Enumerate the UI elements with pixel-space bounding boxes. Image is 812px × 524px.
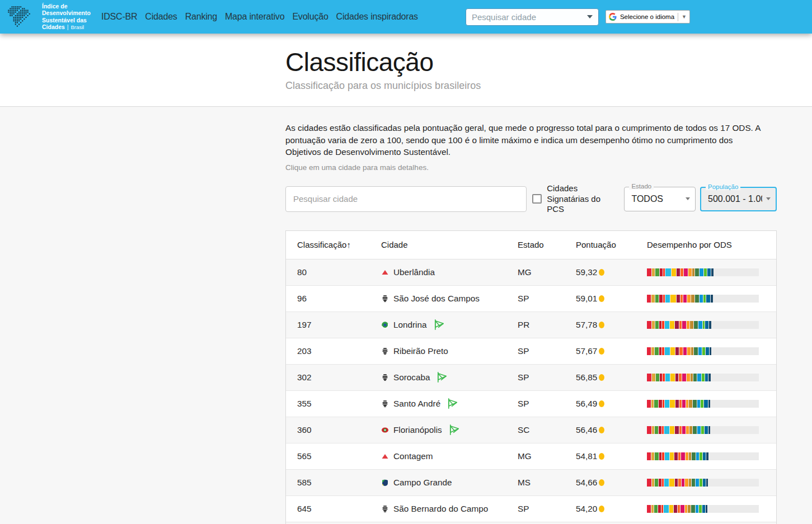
pcs-badge-icon (433, 318, 446, 332)
ods-segment-9 (679, 347, 683, 355)
pcs-checkbox[interactable] (532, 194, 542, 204)
rank-cell: 203 (286, 346, 381, 356)
ods-segment-6 (665, 295, 670, 303)
ods-segment-11 (687, 295, 691, 303)
table-row[interactable]: 96 São José dos Campos SP 59,01 (286, 286, 776, 312)
ods-segment-1 (647, 347, 651, 355)
table-row[interactable]: 585 Campo Grande MS 54,66 (286, 470, 776, 496)
google-translate-widget[interactable]: Selecione o idioma ▼ (606, 10, 690, 23)
column-header-estado[interactable]: Estado (518, 240, 576, 249)
city-name: Londrina (393, 320, 427, 330)
ods-segment-2 (651, 295, 655, 303)
ods-segment-11 (687, 321, 689, 329)
ods-cell (647, 268, 776, 276)
nav-item-ranking[interactable]: Ranking (184, 10, 218, 24)
nav-item-idsc-br[interactable]: IDSC-BR (100, 10, 138, 24)
ods-segment-15 (702, 347, 705, 355)
ods-performance-bar (647, 479, 759, 487)
state-cell: PR (518, 320, 576, 330)
populacao-select[interactable]: População 500.001 - 1.00... (700, 187, 777, 211)
table-header-row: Classificação↑ Cidade Estado Pontuação D… (286, 231, 776, 259)
navbar-city-search-select[interactable]: Pesquisar cidade (466, 8, 599, 26)
rank-cell: 80 (286, 267, 381, 277)
ods-segment-6 (665, 452, 669, 460)
ods-segment-2 (652, 321, 655, 329)
ods-segment-5 (662, 321, 664, 329)
ods-segment-11 (686, 400, 689, 408)
table-row[interactable]: 645 São Bernardo do Campo SP 54,20 (286, 496, 776, 522)
ods-segment-16 (705, 426, 708, 434)
table-row[interactable]: 203 Ribeirão Preto SP 57,67 (286, 338, 776, 365)
chevron-down-icon (766, 197, 771, 200)
sp-flag-icon (381, 400, 389, 408)
rank-cell: 355 (286, 399, 381, 409)
score-dot (599, 348, 604, 355)
nav-item-cidades-inspiradoras[interactable]: Cidades inspiradoras (335, 10, 419, 24)
estado-select[interactable]: Estado TODOS (624, 187, 696, 211)
sp-flag-icon (381, 505, 389, 513)
ods-segment-6 (665, 400, 669, 408)
rank-cell: 645 (286, 504, 381, 514)
pcs-checkbox-label[interactable]: Cidades Signatárias do PCS (547, 183, 609, 215)
score-dot (599, 427, 604, 433)
ods-segment-7 (669, 505, 674, 513)
city-search-input[interactable] (285, 186, 527, 212)
ods-segment-16 (704, 400, 708, 408)
table-row[interactable]: 80 Uberlândia MG 59,32 (286, 259, 776, 286)
score-cell: 59,01 (576, 294, 647, 304)
city-name: Sorocaba (393, 372, 430, 383)
table-row[interactable]: 302 Sorocaba SP 56,85 (286, 365, 776, 391)
score-value: 57,67 (576, 346, 597, 356)
ods-segment-14 (700, 295, 703, 303)
nav-item-cidades[interactable]: Cidades (144, 10, 178, 24)
ods-segment-3 (655, 347, 659, 355)
ods-segment-15 (700, 452, 702, 460)
ods-segment-5 (663, 400, 664, 408)
nav-item-mapa-interativo[interactable]: Mapa interativo (224, 10, 285, 24)
table-row[interactable]: 565 Contagem MG 54,81 (286, 443, 776, 470)
ods-segment-6 (664, 505, 669, 513)
table-body: 80 Uberlândia MG 59,32 96 São José dos C… (286, 259, 776, 524)
rank-cell: 197 (286, 320, 381, 330)
ods-segment-16 (707, 268, 711, 276)
ods-segment-14 (698, 321, 702, 329)
score-value: 54,81 (576, 451, 597, 461)
ods-segment-15 (704, 268, 707, 276)
table-row[interactable]: 360 Florianópolis SC 56,46 (286, 417, 776, 443)
column-header-cidade[interactable]: Cidade (381, 240, 518, 249)
ods-segment-8 (674, 505, 677, 513)
ods-segment-1 (647, 321, 651, 329)
ods-segment-14 (696, 505, 698, 513)
page: Índice de Desenvolvimento Sustentável da… (0, 0, 812, 524)
pr-flag-icon (381, 321, 389, 329)
site-logo[interactable]: Índice de Desenvolvimento Sustentável da… (4, 2, 91, 31)
ods-performance-bar (647, 426, 759, 434)
ods-segment-17 (706, 479, 708, 487)
logo-line: Sustentável das (42, 17, 91, 24)
ods-segment-3 (655, 295, 659, 303)
column-header-pontuacao[interactable]: Pontuação (576, 240, 647, 249)
table-row[interactable]: 855 Joinville SC 52,94 (286, 522, 776, 524)
table-row[interactable]: 197 Londrina PR 57,78 (286, 312, 776, 338)
ods-segment-3 (655, 479, 658, 487)
ods-segment-10 (683, 295, 687, 303)
table-row[interactable]: 355 Santo André SP 56,49 (286, 391, 776, 417)
ods-segment-2 (652, 268, 655, 276)
column-header-classificacao[interactable]: Classificação↑ (286, 240, 381, 249)
ods-segment-7 (669, 479, 674, 487)
nav-item-evolucao[interactable]: Evolução (291, 10, 329, 24)
ods-segment-11 (686, 452, 688, 460)
ods-segment-9 (679, 321, 682, 329)
city-cell: Londrina (381, 318, 518, 332)
score-cell: 59,32 (576, 267, 647, 277)
ods-segment-10 (682, 426, 686, 434)
ods-segment-5 (662, 452, 664, 460)
translate-dropdown-arrow-icon[interactable]: ▼ (682, 14, 687, 20)
city-cell: São José dos Campos (381, 294, 518, 304)
ms-flag-icon (381, 479, 389, 487)
score-value: 59,32 (576, 267, 597, 277)
ods-segment-3 (655, 452, 659, 460)
ods-segment-11 (687, 374, 690, 381)
ods-segment-1 (647, 268, 651, 276)
ods-segment-9 (678, 479, 680, 487)
